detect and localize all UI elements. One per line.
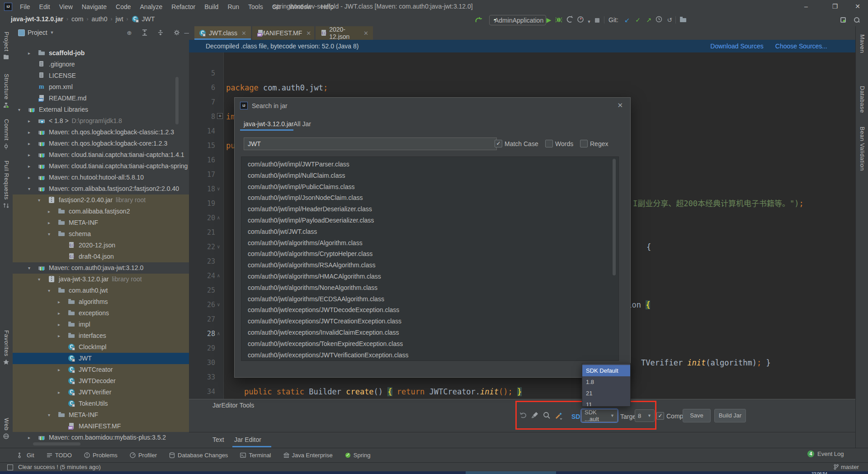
- search-result-item[interactable]: com/auth0/jwt/exceptions/JWTVerification…: [241, 350, 618, 360]
- bottom-tab-text[interactable]: Text: [212, 436, 224, 443]
- tree-chevron-icon[interactable]: ▸: [58, 387, 60, 398]
- tree-chevron-icon[interactable]: ▸: [28, 432, 30, 443]
- tree-chevron-icon[interactable]: ▸: [28, 127, 30, 138]
- tool-stripe-project[interactable]: Project: [0, 32, 13, 61]
- banner-link[interactable]: Download Sources: [710, 43, 764, 50]
- dialog-tab-all-jar[interactable]: All Jar: [293, 120, 311, 128]
- save-button[interactable]: Save: [683, 409, 711, 422]
- tree-chevron-icon[interactable]: ▸: [58, 296, 60, 308]
- tree-item-meta-inf[interactable]: ▸META-INF: [13, 217, 189, 228]
- sdk-option-1.8[interactable]: 1.8: [582, 376, 630, 388]
- tree-item-manifest.mf[interactable]: MANIFEST.MF: [13, 421, 189, 432]
- breadcrumb-item[interactable]: java-jwt-3.12.0.jar: [11, 15, 63, 23]
- menu-navigate[interactable]: Navigate: [78, 2, 111, 12]
- search-result-item[interactable]: com/auth0/jwt/impl/PublicClaims.class: [241, 181, 618, 192]
- tree-chevron-icon[interactable]: ▾: [38, 194, 40, 206]
- tree-chevron-icon[interactable]: ▸: [28, 138, 30, 149]
- tree-item-exceptions[interactable]: ▸exceptions: [13, 308, 189, 319]
- tree-item-impl[interactable]: ▸impl: [13, 319, 189, 330]
- tree-item-license[interactable]: LICENSE: [13, 70, 189, 81]
- tool-stripe-pull-requests[interactable]: Pull Requests: [0, 161, 13, 209]
- tree-chevron-icon[interactable]: ▸: [48, 217, 50, 228]
- close-button[interactable]: ✕: [847, 0, 868, 14]
- editor-tab-jwt.class[interactable]: JWT.class✕: [194, 26, 251, 40]
- tool-stripe-favorites[interactable]: Favorites: [0, 330, 13, 365]
- tree-chevron-icon[interactable]: ▾: [28, 183, 30, 194]
- tree-item-tokenutils[interactable]: TokenUtils: [13, 398, 189, 409]
- tree-item-jwtdecoder[interactable]: JWTDecoder: [13, 375, 189, 387]
- menu-analyze[interactable]: Analyze: [136, 2, 167, 12]
- tree-item-scaffold-job[interactable]: ▸scaffold-job: [13, 47, 189, 59]
- search-result-item[interactable]: com/auth0/jwt/exceptions/InvalidClaimExc…: [241, 327, 618, 338]
- regex-checkbox[interactable]: [580, 140, 588, 147]
- tab-close-icon[interactable]: ✕: [306, 30, 311, 37]
- tree-item-algorithms[interactable]: ▸algorithms: [13, 296, 189, 308]
- tree-item-java-jwt-3.12.0.jar[interactable]: ▾java-jwt-3.12.0.jarlibrary root: [13, 274, 189, 285]
- fold-marker-icon[interactable]: ∨: [217, 240, 220, 254]
- tree-item--1.8-[interactable]: ▸< 1.8 >D:\program\jdk1.8: [13, 115, 189, 127]
- tree-chevron-icon[interactable]: ▾: [48, 409, 50, 421]
- tree-item-interfaces[interactable]: ▸interfaces: [13, 330, 189, 341]
- tree-chevron-icon[interactable]: ▸: [28, 172, 30, 183]
- tree-item-external-libraries[interactable]: ▾External Libraries: [13, 104, 189, 115]
- statusbar-profiler[interactable]: Profiler: [130, 452, 157, 459]
- editor-tab-2020-12.json[interactable]: 2020-12.json✕: [316, 26, 373, 40]
- editor-tab-manifest.mf[interactable]: MANIFEST.MF✕: [252, 26, 314, 40]
- dialog-close-icon[interactable]: ✕: [617, 101, 623, 109]
- tree-item-maven-com.auth0-java-jwt-3.12.0[interactable]: ▾Maven: com.auth0:java-jwt:3.12.0: [13, 262, 189, 274]
- tree-chevron-icon[interactable]: ▸: [28, 47, 30, 59]
- search-result-item[interactable]: com/auth0/jwt/impl/HeaderDeserializer.cl…: [241, 204, 618, 214]
- sdk-option-21[interactable]: 21: [582, 388, 630, 399]
- profiler-dropdown-icon[interactable]: ▼: [585, 18, 593, 26]
- tree-chevron-icon[interactable]: ▾: [38, 274, 40, 285]
- maximize-button[interactable]: ❐: [825, 0, 845, 14]
- search-result-item[interactable]: com/auth0/jwt/algorithms/RSAAlgorithm.cl…: [241, 260, 618, 270]
- expand-all-icon[interactable]: [142, 29, 149, 37]
- rollback-icon[interactable]: ↺: [665, 16, 674, 24]
- tree-item-schema[interactable]: ▾schema: [13, 228, 189, 240]
- tree-item-maven-cn.hutool-hutool-all-5.8.10[interactable]: ▸Maven: cn.hutool:hutool-all:5.8.10: [13, 172, 189, 183]
- tree-item-maven-cloud.tianai.captcha-tianai-captcha-spring[interactable]: ▸Maven: cloud.tianai.captcha:tianai-capt…: [13, 161, 189, 172]
- search-result-item[interactable]: com/auth0/jwt/impl/JsonNodeClaim.class: [241, 192, 618, 203]
- breadcrumb-item[interactable]: com: [71, 15, 83, 23]
- debug-button[interactable]: [555, 16, 563, 24]
- menu-view[interactable]: View: [55, 2, 77, 12]
- fold-marker-icon[interactable]: ∧: [217, 269, 220, 283]
- build-jar-button[interactable]: Build Jar: [714, 409, 746, 422]
- tool-stripe-structure[interactable]: Structure: [0, 74, 13, 109]
- jar-search-input[interactable]: [244, 137, 497, 150]
- statusbar-database-changes[interactable]: Database Changes: [169, 452, 228, 459]
- locate-file-icon[interactable]: ⊕: [126, 29, 133, 37]
- tree-chevron-icon[interactable]: ▾: [48, 285, 50, 296]
- search-result-item[interactable]: com/auth0/jwt/algorithms/Algorithm.class: [241, 237, 618, 248]
- coverage-button[interactable]: [566, 16, 574, 24]
- tree-chevron-icon[interactable]: ▾: [18, 104, 20, 115]
- search-everywhere-icon[interactable]: [854, 17, 860, 24]
- tree-item-maven-ch.qos.logback-logback-core-1.2.3[interactable]: ▸Maven: ch.qos.logback:logback-core:1.2.…: [13, 138, 189, 149]
- tree-chevron-icon[interactable]: ▾: [48, 228, 50, 240]
- sdk-option-11[interactable]: 11: [582, 399, 630, 407]
- tree-item-jwtcreator[interactable]: ▸JWTCreator: [13, 364, 189, 375]
- tree-vertical-scrollbar[interactable]: [175, 77, 179, 124]
- banner-link[interactable]: Choose Sources...: [775, 43, 827, 50]
- fold-marker-icon[interactable]: ∨: [217, 298, 220, 312]
- tree-horizontal-scrollbar[interactable]: [33, 442, 80, 446]
- collapse-all-icon[interactable]: [157, 29, 165, 37]
- tree-item-2020-12.json[interactable]: 2020-12.json: [13, 240, 189, 251]
- project-structure-icon[interactable]: [680, 17, 687, 24]
- menu-code[interactable]: Code: [112, 2, 135, 12]
- search-result-item[interactable]: com/auth0/jwt/algorithms/HMACAlgorithm.c…: [241, 271, 618, 282]
- search-result-item[interactable]: com/auth0/jwt/algorithms/CryptoHelper.cl…: [241, 248, 618, 259]
- search-result-item[interactable]: com/auth0/jwt/exceptions/JWTDecodeExcept…: [241, 304, 618, 315]
- tree-item-jwtverifier[interactable]: ▸JWTVerifier: [13, 387, 189, 398]
- menu-file[interactable]: File: [16, 2, 34, 12]
- statusbar-problems[interactable]: Problems: [84, 452, 118, 459]
- tree-chevron-icon[interactable]: ▸: [58, 330, 60, 341]
- tree-chevron-icon[interactable]: ▸: [28, 149, 30, 161]
- tree-item-clockimpl[interactable]: ClockImpl: [13, 341, 189, 353]
- stop-button[interactable]: [595, 18, 599, 23]
- event-log-button[interactable]: 4 Event Log: [807, 450, 844, 457]
- search-result-item[interactable]: com/auth0/jwt/exceptions/JWTCreationExce…: [241, 316, 618, 327]
- menu-run[interactable]: Run: [223, 2, 243, 12]
- dialog-tab-current-jar[interactable]: java-jwt-3.12.0.jar: [244, 120, 294, 128]
